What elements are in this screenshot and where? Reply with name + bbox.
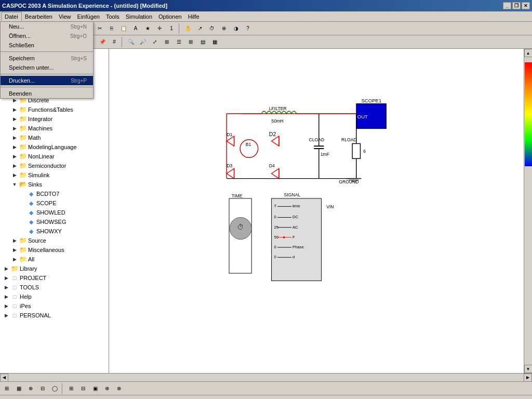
tree-integrator[interactable]: ▶ 📁 Integrator xyxy=(0,114,109,124)
expand-icon[interactable]: ▼ xyxy=(10,180,19,189)
restore-button[interactable]: ❐ xyxy=(512,2,521,9)
expand-icon[interactable]: ▶ xyxy=(2,302,10,310)
paste-btn[interactable]: 📋 xyxy=(118,23,129,34)
bt-6[interactable]: ⊞ xyxy=(65,383,77,394)
expand-icon[interactable]: ▶ xyxy=(10,143,19,151)
expand-icon[interactable]: ▶ xyxy=(10,105,19,114)
expand-icon[interactable]: ▶ xyxy=(10,171,19,179)
canvas-area[interactable]: SCOPE1 OUT LFILTER 50mH D1 D2 B1 D3 D4 xyxy=(109,49,524,373)
tree-all[interactable]: ▶ 📁 All xyxy=(0,255,109,264)
expand-icon[interactable]: ▶ xyxy=(10,246,19,254)
bt-1[interactable]: ⊞ xyxy=(1,383,12,394)
tree-sinks[interactable]: ▼ 📂 Sinks xyxy=(0,180,109,189)
menu-drucken[interactable]: Drucken... Strg+P xyxy=(1,76,93,85)
bt-2[interactable]: ▦ xyxy=(13,383,24,394)
tb2-zoom-in[interactable]: 🔍 xyxy=(125,36,137,48)
bt-8[interactable]: ▣ xyxy=(89,383,101,394)
menu-tools[interactable]: Tools xyxy=(103,12,123,21)
pie-btn[interactable]: ◑ xyxy=(230,23,242,34)
close-button[interactable]: ✕ xyxy=(522,2,530,9)
menu-bearbeiten[interactable]: Bearbeiten xyxy=(22,12,56,21)
cut-btn[interactable]: ✂ xyxy=(94,23,105,34)
tree-functions[interactable]: ▶ 📁 Functions&Tables xyxy=(0,105,109,114)
expand-icon[interactable]: ▶ xyxy=(10,162,19,170)
copy-btn[interactable]: ⎘ xyxy=(106,23,117,34)
tree-personal[interactable]: ▶ □ PERSONAL xyxy=(0,311,109,320)
tree-help[interactable]: ▶ □ Help xyxy=(0,292,109,301)
target-btn[interactable]: ⊕ xyxy=(218,23,230,34)
tree-showxy[interactable]: ◆ SHOWXY xyxy=(0,227,109,236)
tree-project[interactable]: ▶ □ PROJECT xyxy=(0,273,109,283)
num-btn[interactable]: 1 xyxy=(166,23,177,34)
tree-showseg[interactable]: ◆ SHOWSEG xyxy=(0,217,109,227)
expand-icon[interactable]: ▶ xyxy=(10,152,19,161)
menu-view[interactable]: View xyxy=(56,12,74,21)
tree-math[interactable]: ▶ 📁 Math xyxy=(0,133,109,142)
clock-btn[interactable]: ⏱ xyxy=(206,23,218,34)
expand-icon[interactable]: ▶ xyxy=(2,292,10,301)
bt-7[interactable]: ⊟ xyxy=(77,383,89,394)
bt-5[interactable]: ◯ xyxy=(49,383,60,394)
tb2-8[interactable]: ▦ xyxy=(209,36,220,48)
tree-nonlinear[interactable]: ▶ 📁 NonLinear xyxy=(0,152,109,161)
cross-btn[interactable]: ✛ xyxy=(154,23,165,34)
tb2-num[interactable]: # xyxy=(109,36,120,48)
tree-miscellaneous[interactable]: ▶ 📁 Miscellaneous xyxy=(0,245,109,255)
menu-speichern[interactable]: Speichern Strg+S xyxy=(1,54,93,63)
bt-3[interactable]: ⊕ xyxy=(25,383,36,394)
expand-icon[interactable]: ▶ xyxy=(2,283,10,291)
q-btn[interactable]: ? xyxy=(242,23,254,34)
tree-simulink[interactable]: ▶ 📁 Simulink xyxy=(0,170,109,180)
expand-icon[interactable]: ▶ xyxy=(2,274,10,282)
expand-icon[interactable]: ▶ xyxy=(10,134,19,142)
menu-simulation[interactable]: Simulation xyxy=(123,12,155,21)
menu-neu[interactable]: Neu... Strg+N xyxy=(1,22,93,31)
hand-btn[interactable]: ✋ xyxy=(182,23,194,34)
expand-icon[interactable]: ▶ xyxy=(10,115,19,123)
minimize-button[interactable]: _ xyxy=(503,2,511,9)
text-btn[interactable]: A xyxy=(130,23,141,34)
tb2-5[interactable]: ☰ xyxy=(173,36,184,48)
scroll-up-btn[interactable]: ▲ xyxy=(524,49,533,57)
tb2-7[interactable]: ▤ xyxy=(197,36,208,48)
menu-oeffnen[interactable]: Öffnen... Strg+O xyxy=(1,31,93,41)
tree-semiconductor[interactable]: ▶ 📁 Semiconductor xyxy=(0,161,109,170)
menu-optionen[interactable]: Optionen xyxy=(155,12,185,21)
scroll-left-btn[interactable]: ◀ xyxy=(0,374,8,382)
bt-10[interactable]: ⊗ xyxy=(113,383,125,394)
tree-tools[interactable]: ▶ □ TOOLS xyxy=(0,283,109,292)
marker-btn[interactable]: ★ xyxy=(142,23,153,34)
tree-ipes[interactable]: ▶ □ iPes xyxy=(0,301,109,311)
tree-bcdto7[interactable]: ◆ BCDTO7 xyxy=(0,189,109,198)
tree-modeling[interactable]: ▶ 📁 ModelingLanguage xyxy=(0,142,109,152)
tb2-zoomfit[interactable]: ⤢ xyxy=(149,36,161,48)
menu-beenden[interactable]: Beenden xyxy=(1,89,93,98)
expand-icon[interactable]: ▶ xyxy=(2,311,10,320)
expand-icon[interactable]: ▶ xyxy=(10,124,19,132)
tree-source[interactable]: ▶ 📁 Source xyxy=(0,236,109,245)
expand-icon[interactable]: ▶ xyxy=(10,255,19,263)
tb2-grid[interactable]: ⊞ xyxy=(161,36,172,48)
scroll-right-btn[interactable]: ▶ xyxy=(524,374,532,382)
menu-hilfe[interactable]: Hilfe xyxy=(185,12,203,21)
menu-speichern-unter[interactable]: Speichern unter... xyxy=(1,63,93,72)
scroll-track[interactable] xyxy=(525,57,532,365)
scroll-down-btn[interactable]: ▼ xyxy=(524,365,533,373)
tb2-pin[interactable]: 📌 xyxy=(97,36,108,48)
expand-icon[interactable]: ▶ xyxy=(10,236,19,245)
menu-schliessen[interactable]: Schließen xyxy=(1,41,93,50)
menu-einfuegen[interactable]: Einfügen xyxy=(74,12,103,21)
tb2-zoom-out[interactable]: 🔎 xyxy=(137,36,149,48)
tree-showled[interactable]: ◆ SHOWLED xyxy=(0,208,109,217)
tree-scope[interactable]: ◆ SCOPE xyxy=(0,198,109,208)
bt-9[interactable]: ⊕ xyxy=(101,383,113,394)
h-scroll-track[interactable] xyxy=(8,375,524,381)
right-scrollbar[interactable]: ▲ ▼ xyxy=(524,49,532,373)
arrow-btn[interactable]: ↗ xyxy=(194,23,206,34)
menu-datei[interactable]: Datei xyxy=(1,12,22,21)
bt-4[interactable]: ⊟ xyxy=(37,383,48,394)
tree-library[interactable]: ▶ 📁 Library xyxy=(0,264,109,273)
expand-icon[interactable]: ▶ xyxy=(2,264,10,273)
tb2-6[interactable]: ⊞ xyxy=(185,36,196,48)
tree-machines[interactable]: ▶ 📁 Machines xyxy=(0,124,109,133)
